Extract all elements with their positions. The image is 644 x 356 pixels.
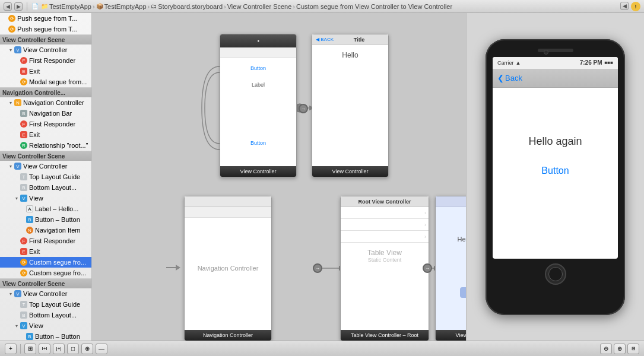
fr-icon: F bbox=[20, 237, 27, 244]
nav-back-button[interactable]: ◀ bbox=[4, 2, 12, 11]
scene-header-nav: Navigation Controlle... bbox=[0, 88, 91, 97]
expand-icon bbox=[8, 291, 13, 296]
sidebar-top-layout-2[interactable]: T Top Layout Guide bbox=[0, 171, 91, 182]
push-segues-section: ⟳ Push segue from T... ⟳ Push segue from… bbox=[0, 13, 91, 35]
sidebar-navitem-2[interactable]: N Navigation Item bbox=[0, 225, 91, 236]
sidebar-view-3[interactable]: V View bbox=[0, 320, 91, 331]
vc-scene-3: View Controller Scene V View Controller … bbox=[0, 279, 91, 341]
insert-button[interactable]: I+I bbox=[39, 344, 50, 354]
sidebar-label-hello[interactable]: A Label – Hello... bbox=[0, 204, 91, 214]
top-bar: ◀ ▶ 📄 📁 TestEmptyApp › 📦 TestEmptyApp › … bbox=[0, 0, 644, 13]
sidebar-exit-1[interactable]: E Exit bbox=[0, 66, 91, 77]
sidebar-rel-root[interactable]: R Relationship "root..." bbox=[0, 140, 91, 151]
zoom-fit-button[interactable]: ⊟ bbox=[627, 344, 639, 354]
vc2-back: ◀ BACK bbox=[316, 37, 334, 42]
vc2-hello: Hello bbox=[342, 51, 358, 59]
segue-connector-nav-tvc: → bbox=[313, 263, 322, 273]
sidebar-item-push-segue-2[interactable]: ⟳ Push segue from T... bbox=[0, 24, 91, 34]
vc1-label: Label bbox=[252, 82, 265, 88]
sidebar-nav-bar[interactable]: B Navigation Bar bbox=[0, 108, 91, 119]
add-constraint-button[interactable]: ⊕ bbox=[81, 344, 93, 354]
sidebar-vc-2[interactable]: V View Controller bbox=[0, 161, 91, 171]
sidebar-modal-segue-1[interactable]: ⟳ Modal segue from... bbox=[0, 77, 91, 87]
tvc-row-2: › bbox=[341, 219, 429, 231]
sidebar-fr-2[interactable]: F First Responder bbox=[0, 236, 91, 246]
nav-ctrl-bottom: Navigation Controller bbox=[203, 332, 253, 338]
sidebar-nav-ctrl[interactable]: N Navigation Controller bbox=[0, 97, 91, 108]
iphone-content: Hello again Button bbox=[493, 88, 618, 188]
warning-icon: ! bbox=[631, 2, 640, 11]
sidebar: ⟳ Push segue from T... ⟳ Push segue from… bbox=[0, 13, 92, 341]
iphone-back-button[interactable]: ❮ Back bbox=[497, 74, 522, 82]
navitem-icon: N bbox=[26, 227, 33, 234]
tvc-header-title: Root View Controller bbox=[359, 199, 411, 205]
vc1-label-bottom: View Controller bbox=[240, 169, 277, 174]
file-icon: 📄 bbox=[31, 3, 39, 9]
view-controller-1[interactable]: ▪ Button Label Button View Controller bbox=[220, 34, 297, 177]
tvc-bottom-label: Table View Controller – Root bbox=[351, 332, 418, 338]
storyboard-canvas[interactable]: → ▪ Button Label Button bbox=[92, 13, 466, 341]
breadcrumb: 📁 TestEmptyApp › 📦 TestEmptyApp › 🗂 Stor… bbox=[41, 3, 452, 10]
fr-icon: F bbox=[20, 57, 27, 64]
sidebar-fr-nav[interactable]: F First Responder bbox=[0, 119, 91, 129]
sidebar-bottom-layout-3[interactable]: B Bottom Layout... bbox=[0, 310, 91, 320]
expand-icon bbox=[8, 164, 13, 169]
vc2-title: Title bbox=[354, 37, 364, 43]
view-controller-3[interactable]: Hello again Button View Controller bbox=[435, 196, 466, 341]
grid-button[interactable]: ⊞ bbox=[24, 344, 36, 354]
navigation-controller[interactable]: Navigation Controller Navigation Control… bbox=[184, 196, 272, 341]
segue-icon: ⟳ bbox=[20, 259, 27, 266]
rect-button[interactable]: □ bbox=[67, 344, 79, 354]
table-view-controller[interactable]: Root View Controller › › › Table View St… bbox=[340, 196, 429, 341]
iphone-preview-panel: Carrier ▲ 7:26 PM ■■■ ❮ Back Hello again… bbox=[466, 13, 644, 341]
exit-icon: E bbox=[20, 68, 27, 75]
nav-forward-button[interactable]: ▶ bbox=[14, 2, 23, 11]
exit-icon: E bbox=[20, 131, 27, 138]
iphone-button[interactable]: Button bbox=[541, 166, 569, 176]
sidebar-exit-2[interactable]: E Exit bbox=[0, 246, 91, 257]
sidebar-item-push-segue-1[interactable]: ⟳ Push segue from T... bbox=[0, 13, 91, 24]
sidebar-custom-segue-1[interactable]: ⟳ Custom segue fro... bbox=[0, 257, 91, 268]
view-icon: V bbox=[20, 322, 27, 329]
nav-ctrl-label: Navigation Controller bbox=[198, 265, 259, 272]
exit-icon: E bbox=[20, 248, 27, 255]
label-icon: A bbox=[26, 205, 33, 212]
sidebar-exit-nav[interactable]: E Exit bbox=[0, 129, 91, 140]
sidebar-btn-1[interactable]: B Button – Button bbox=[0, 331, 91, 341]
layout-icon: B bbox=[20, 184, 27, 191]
sidebar-vc-1[interactable]: V View Controller bbox=[0, 44, 91, 55]
vc1-button-1: Button bbox=[250, 65, 266, 71]
iphone-device: Carrier ▲ 7:26 PM ■■■ ❮ Back Hello again… bbox=[486, 39, 625, 315]
layout-icon: B bbox=[20, 312, 27, 319]
button-icon: B bbox=[26, 333, 33, 340]
carrier-label: Carrier bbox=[497, 60, 514, 66]
zoom-out-button[interactable]: ⊖ bbox=[600, 344, 612, 354]
sidebar-vc-3[interactable]: V View Controller bbox=[0, 288, 91, 299]
minus-button[interactable]: — bbox=[96, 344, 107, 354]
zoom-controls: ⊖ ⊕ ⊟ bbox=[600, 344, 639, 354]
sidebar-btn-button-2[interactable]: B Button – Button bbox=[0, 214, 91, 225]
spacing-button[interactable]: |+| bbox=[53, 344, 65, 354]
iphone-time: 7:26 PM bbox=[580, 59, 602, 66]
vc-icon: V bbox=[14, 46, 21, 53]
vc3-bottom-label: View Controller bbox=[456, 332, 466, 338]
scene-header-1: View Controller Scene bbox=[0, 35, 91, 44]
sidebar-top-layout-3[interactable]: T Top Layout Guide bbox=[0, 299, 91, 310]
expand-icon bbox=[8, 100, 13, 105]
segue-icon: ⟳ bbox=[20, 269, 27, 276]
vc1-button-2: Button bbox=[250, 140, 266, 146]
segue-icon: ⟳ bbox=[8, 26, 15, 33]
vc3-button[interactable]: Button bbox=[460, 287, 466, 298]
sidebar-custom-segue-2[interactable]: ⟳ Custom segue fro... bbox=[0, 268, 91, 278]
add-button[interactable]: + bbox=[5, 344, 17, 354]
sidebar-bottom-layout-2[interactable]: B Bottom Layout... bbox=[0, 182, 91, 193]
iphone-home-button[interactable] bbox=[545, 263, 566, 285]
iphone-nav-bar: ❮ Back bbox=[493, 69, 618, 88]
sidebar-view-2[interactable]: V View bbox=[0, 193, 91, 204]
warning-back[interactable]: ◀ bbox=[620, 2, 629, 10]
zoom-in-button[interactable]: ⊕ bbox=[614, 344, 626, 354]
view-controller-2[interactable]: ◀ BACK Title Hello View Controller bbox=[312, 34, 389, 177]
nav-icon: N bbox=[14, 99, 21, 106]
vc1-header: ▪ bbox=[220, 34, 296, 47]
sidebar-fr-1[interactable]: F First Responder bbox=[0, 55, 91, 66]
